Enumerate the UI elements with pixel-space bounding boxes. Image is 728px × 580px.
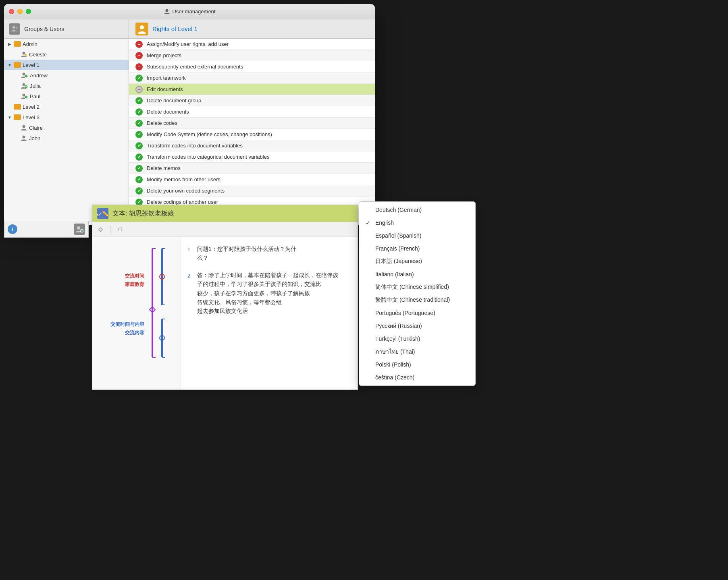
tree-item-andrew[interactable]: ▶ + Andrew <box>4 70 129 81</box>
right-item-3[interactable]: Import teamwork <box>129 72 375 84</box>
line-number-2: 2 <box>187 271 197 316</box>
tree-item-level2[interactable]: ▶ Level 2 <box>4 102 129 112</box>
right-icon-12 <box>135 176 143 183</box>
lang-item-portuguese[interactable]: Português (Portuguese) <box>359 307 475 319</box>
right-icon-7 <box>135 120 143 127</box>
svg-point-19 <box>77 226 80 230</box>
right-item-6[interactable]: Delete documents <box>129 106 375 118</box>
label-john: John <box>29 135 40 141</box>
tree-item-paul[interactable]: ▶ + Paul <box>4 91 129 102</box>
right-icon-4 <box>135 86 143 93</box>
lang-item-english[interactable]: ✓ English <box>359 216 475 229</box>
text-panel: ✏️ 文本: 胡思茶饮老板娘 ◇ □ <box>92 205 358 390</box>
main-window: User management Groups & Users <box>4 4 375 225</box>
line-number-1: 1 <box>187 244 197 263</box>
right-item-11[interactable]: Delete memos <box>129 163 375 174</box>
lang-item-russian[interactable]: Русский (Russian) <box>359 319 475 332</box>
tree-item-julia[interactable]: ▶ + Julia <box>4 81 129 91</box>
right-item-13[interactable]: Delete your own coded segments <box>129 185 375 197</box>
lang-item-turkish[interactable]: Türkçeyi (Turkish) <box>359 332 475 345</box>
right-item-9[interactable]: Transform codes into document variables <box>129 140 375 151</box>
label-level3: Level 3 <box>23 114 40 120</box>
toolbar-arrow-button[interactable]: ◇ <box>96 224 105 234</box>
right-label-2: Subsequently embed external documents <box>147 64 243 70</box>
text-panel-toolbar: ◇ □ <box>92 222 358 236</box>
sidebar-bottom-bar: i + <box>4 221 89 238</box>
titlebar-user-icon <box>164 8 170 15</box>
right-item-5[interactable]: Delete document group <box>129 95 375 106</box>
info-button[interactable]: i <box>8 224 17 234</box>
right-icon-9 <box>135 142 143 149</box>
groups-users-icon <box>9 23 20 35</box>
label-claire: Claire <box>29 125 43 131</box>
rights-header: Rights of Level 1 <box>129 19 375 39</box>
right-item-0[interactable]: Assign/Modify user rights, add user <box>129 39 375 50</box>
right-item-8[interactable]: Modify Code System (define codes, change… <box>129 129 375 140</box>
right-label-5: Delete document group <box>147 97 201 104</box>
lang-item-japanese[interactable]: 日本語 (Japanese) <box>359 255 475 268</box>
folder-icon-level2 <box>14 104 21 110</box>
lang-item-german[interactable]: Deutsch (German) <box>359 203 475 216</box>
right-label-1: Merge projects <box>147 52 181 58</box>
lang-item-spanish[interactable]: Español (Spanish) <box>359 229 475 242</box>
arrow-admin: ▶ <box>7 41 12 46</box>
right-icon-6 <box>135 108 143 116</box>
svg-point-15 <box>23 125 25 128</box>
text-annotations: 交流时间 家庭教育 交流时间与内容 交流内容 <box>92 236 181 389</box>
toolbar-doc-button[interactable]: □ <box>115 224 125 234</box>
right-item-2[interactable]: Subsequently embed external documents <box>129 61 375 72</box>
svg-text:+: + <box>81 229 83 233</box>
close-button[interactable] <box>9 9 14 14</box>
svg-point-2 <box>16 27 18 29</box>
lang-item-italian[interactable]: Italiano (Italian) <box>359 268 475 281</box>
right-label-8: Modify Code System (define codes, change… <box>147 131 272 137</box>
label-julia: Julia <box>30 83 41 89</box>
right-item-7[interactable]: Delete codes <box>129 118 375 129</box>
right-label-14: Delete codings of another user <box>147 199 218 205</box>
add-user-button[interactable]: + <box>74 224 85 235</box>
add-user-icon: + <box>75 225 83 233</box>
rights-header-icon <box>135 23 148 35</box>
titlebar: User management <box>4 4 375 19</box>
minimize-button[interactable] <box>17 9 23 14</box>
sidebar-header: Groups & Users <box>4 19 129 39</box>
lang-item-thai[interactable]: ภาษาไทย (Thai) <box>359 345 475 358</box>
right-label-12: Modify memos from other users <box>147 176 220 182</box>
text-lines: 1 问题1：您平时陪孩子做什么活动？为什么？ 2 答：除了上学时间，基本在陪着孩… <box>181 236 358 389</box>
lang-item-french[interactable]: Français (French) <box>359 242 475 255</box>
right-icon-2 <box>135 63 143 70</box>
folder-icon-level1 <box>14 62 21 68</box>
tree-item-celeste[interactable]: ▶ ♪ Céleste <box>4 49 129 60</box>
text-content: 交流时间 家庭教育 交流时间与内容 交流内容 1 问题1：您平时陪孩子做什么活动… <box>92 236 358 389</box>
text-line-1: 1 问题1：您平时陪孩子做什么活动？为什么？ <box>187 244 351 263</box>
svg-text:♪: ♪ <box>25 54 27 56</box>
coding-bars-svg <box>144 244 177 385</box>
line-text-2: 答：除了上学时间，基本在陪着孩子一起成长，在陪伴孩子的过程中，学习了很多关于孩子… <box>197 271 338 316</box>
text-panel-edit-icon: ✏️ <box>97 208 108 219</box>
right-item-1[interactable]: Merge projects <box>129 50 375 61</box>
lang-item-polish[interactable]: Polski (Polish) <box>359 358 475 371</box>
lang-item-czech[interactable]: čeština (Czech) <box>359 371 475 384</box>
lang-item-chinese-traditional[interactable]: 繁體中文 (Chinese traditional) <box>359 294 475 307</box>
window-content: Groups & Users ▶ Admin ▶ ♪ <box>4 19 375 225</box>
lang-item-chinese-simplified[interactable]: 简体中文 (Chinese simplified) <box>359 281 475 294</box>
right-label-10: Transform codes into categorical documen… <box>147 154 269 160</box>
language-dropdown: Deutsch (German) ✓ English Español (Span… <box>359 201 476 386</box>
right-label-11: Delete memos <box>147 165 181 171</box>
tree-item-level1[interactable]: ▼ Level 1 <box>4 60 129 70</box>
user-icon-john <box>20 135 27 142</box>
right-item-4[interactable]: Edit documents <box>129 84 375 95</box>
tree-item-claire[interactable]: ▶ Claire <box>4 122 129 133</box>
rights-panel: Rights of Level 1 Assign/Modify user rig… <box>129 19 375 225</box>
text-line-2: 2 答：除了上学时间，基本在陪着孩子一起成长，在陪伴孩子的过程中，学习了很多关于… <box>187 271 351 316</box>
right-item-10[interactable]: Transform codes into categorical documen… <box>129 151 375 163</box>
maximize-button[interactable] <box>26 9 31 14</box>
right-icon-0 <box>135 41 143 48</box>
tree-item-admin[interactable]: ▶ Admin <box>4 39 129 49</box>
right-label-6: Delete documents <box>147 109 189 115</box>
right-icon-11 <box>135 165 143 172</box>
right-item-12[interactable]: Modify memos from other users <box>129 174 375 185</box>
svg-point-0 <box>165 9 168 12</box>
tree-item-john[interactable]: ▶ John <box>4 133 129 143</box>
tree-item-level3[interactable]: ▼ Level 3 <box>4 112 129 122</box>
